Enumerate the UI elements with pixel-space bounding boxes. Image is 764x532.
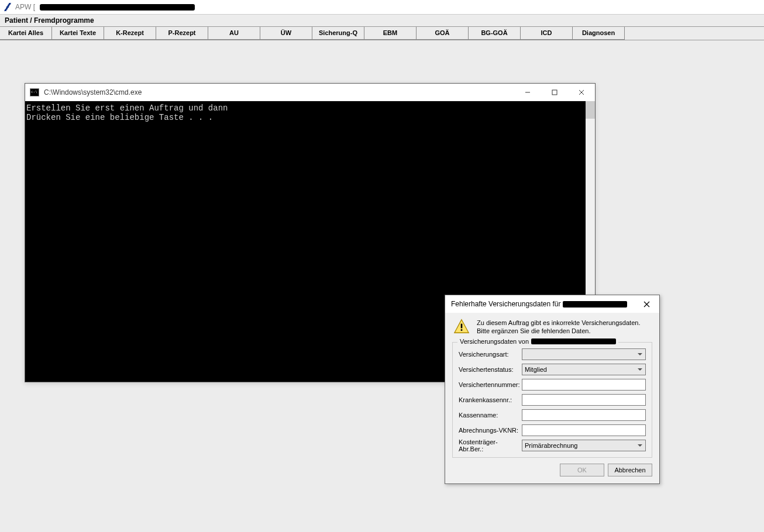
tool-k-rezept[interactable]: K-Rezept (104, 27, 156, 40)
redacted-text (563, 301, 627, 308)
app-logo-icon (2, 3, 13, 11)
label-kostentraeger: Kostenträger-Abr.Ber.: (459, 438, 522, 452)
maximize-icon (552, 89, 557, 95)
minimize-icon (525, 89, 531, 95)
cmd-maximize-button[interactable] (541, 84, 568, 101)
label-versichertenstatus: Versichertenstatus: (459, 366, 522, 373)
redacted-text (531, 338, 616, 344)
label-abrechnungs-vknr: Abrechnungs-VKNR: (459, 427, 522, 434)
ok-button[interactable]: OK (560, 464, 604, 476)
cmd-icon (30, 88, 39, 96)
redacted-text (40, 4, 195, 11)
warning-icon (453, 319, 470, 334)
label-krankenkassennr: Krankenkassennr.: (459, 396, 522, 403)
insurance-data-group: Versicherungsdaten von Versicherungsart:… (452, 342, 652, 458)
tool-icd[interactable]: ICD (521, 27, 573, 40)
menu-patient-fremdprogramme[interactable]: Patient / Fremdprogramme (5, 16, 94, 25)
select-versicherungsart[interactable] (522, 348, 646, 360)
insurance-error-dialog: Fehlerhafte Versicherungsdaten für Zu di… (445, 295, 660, 484)
close-icon (579, 89, 584, 95)
toolbar: Kartei Alles Kartei Texte K-Rezept P-Rez… (0, 27, 764, 40)
input-abrechnungs-vknr[interactable] (522, 424, 646, 436)
input-versichertennummer[interactable] (522, 379, 646, 391)
tool-ebm[interactable]: EBM (364, 27, 417, 40)
close-icon (643, 301, 650, 308)
svg-rect-8 (461, 329, 463, 331)
cmd-title-text: C:\Windows\system32\cmd.exe (44, 88, 514, 96)
tool-kartei-alles[interactable]: Kartei Alles (0, 27, 52, 40)
dialog-message-line-2: Bitte ergänzen Sie die fehlenden Daten. (477, 327, 640, 335)
app-title-text: APW [ (15, 3, 35, 11)
cmd-minimize-button[interactable] (514, 84, 541, 101)
dialog-title-bar[interactable]: Fehlerhafte Versicherungsdaten für (445, 295, 659, 313)
tool-bg-goae[interactable]: BG-GOÄ (469, 27, 521, 40)
dialog-title-text: Fehlerhafte Versicherungsdaten für (451, 300, 560, 308)
tool-kartei-texte[interactable]: Kartei Texte (52, 27, 104, 40)
menu-bar: Patient / Fremdprogramme (0, 14, 764, 27)
input-kassenname[interactable] (522, 409, 646, 421)
tool-goae[interactable]: GOÄ (417, 27, 469, 40)
app-title-bar: APW [ (0, 0, 764, 14)
label-versicherungsart: Versicherungsart: (459, 351, 522, 358)
svg-rect-7 (461, 324, 463, 329)
cmd-scroll-thumb[interactable] (586, 101, 595, 119)
cmd-line-2: Drücken Sie eine beliebige Taste . . . (26, 113, 213, 122)
dialog-close-button[interactable] (634, 295, 659, 313)
cmd-line-1: Erstellen Sie erst einen Auftrag und dan… (26, 103, 228, 113)
cmd-close-button[interactable] (568, 84, 595, 101)
label-kassenname: Kassenname: (459, 412, 522, 419)
input-krankenkassennr[interactable] (522, 394, 646, 406)
cancel-button[interactable]: Abbrechen (608, 464, 652, 476)
select-kostentraeger[interactable]: Primärabrechnung (522, 440, 646, 451)
tool-uew[interactable]: ÜW (260, 27, 312, 40)
tool-diagnosen[interactable]: Diagnosen (573, 27, 625, 40)
label-versichertennummer: Versichertennummer: (459, 381, 522, 388)
svg-rect-1 (552, 90, 557, 95)
select-versichertenstatus[interactable]: Mitglied (522, 364, 646, 375)
tool-sicherung-q[interactable]: Sicherung-Q (312, 27, 364, 40)
dialog-message-line-1: Zu diesem Auftrag gibt es inkorrekte Ver… (477, 319, 640, 327)
dialog-message: Zu diesem Auftrag gibt es inkorrekte Ver… (477, 319, 640, 335)
tool-p-rezept[interactable]: P-Rezept (156, 27, 208, 40)
tool-au[interactable]: AU (208, 27, 260, 40)
group-legend-text: Versicherungsdaten von (460, 338, 529, 345)
cmd-title-bar[interactable]: C:\Windows\system32\cmd.exe (25, 84, 595, 101)
